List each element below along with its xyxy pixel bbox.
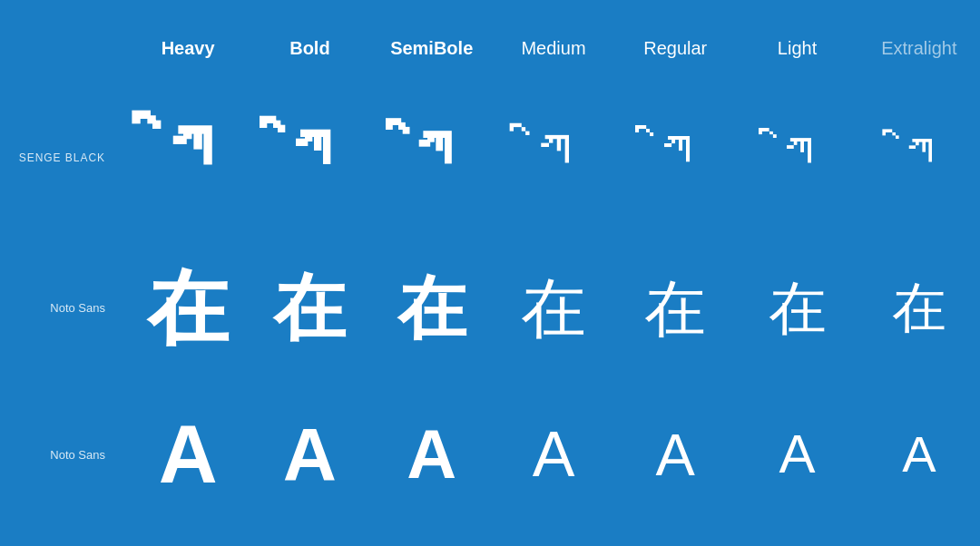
latin-glyph-regular: A [614,414,736,495]
latin-char-extralight: A [902,429,936,480]
latin-glyph-bold: A [249,414,370,495]
latin-char-medium: A [533,423,575,486]
tibetan-glyph-bold: ཀི [249,117,370,199]
chinese-char-light: 在 [769,279,827,337]
weight-label-bold: Bold [249,38,370,59]
weight-label-light: Light [736,38,858,59]
weight-text-bold: Bold [289,38,329,59]
latin-char-regular: A [656,425,695,484]
tibetan-char-light: ཀི [783,130,811,186]
chinese-glyphs: 在在在在在在在 [127,268,980,349]
latin-row-label: Noto Sans [0,448,127,462]
chinese-char-regular: 在 [644,278,706,339]
chinese-glyph-bold: 在 [249,268,370,349]
tibetan-char-extralight: ཀི [906,132,932,184]
chinese-glyph-semibold: 在 [371,268,493,349]
latin-char-semibold: A [407,420,456,489]
tibetan-char-semibold: ཀི [415,123,449,191]
tibetan-glyph-heavy: ཀི [127,117,249,199]
tibetan-row-label: SENGE BLACK [0,151,127,164]
chinese-glyph-light: 在 [736,268,858,349]
weight-text-regular: Regular [643,38,707,59]
latin-glyph-heavy: A [127,414,249,495]
latin-glyph-extralight: A [858,414,980,495]
tibetan-row: SENGE BLACK ཀིཀིཀིཀིཀིཀིཀི [0,66,980,235]
chinese-glyph-heavy: 在 [127,268,249,349]
weight-label-semibold: SemiBole [371,38,493,59]
weight-label-heavy: Heavy [127,38,249,59]
weight-label-extralight: Extralight [858,38,980,59]
tibetan-char-regular: ཀི [661,128,691,187]
tibetan-char-medium: ཀི [537,126,569,190]
tibetan-char-heavy: ཀི [168,117,209,199]
latin-char-heavy: A [159,414,218,495]
chinese-char-extralight: 在 [892,281,946,336]
tibetan-glyph-medium: ཀི [493,117,614,199]
chinese-char-heavy: 在 [147,268,229,349]
tibetan-glyph-regular: ཀི [614,117,736,199]
tibetan-glyph-light: ཀི [736,117,858,199]
chinese-char-semibold: 在 [397,274,466,343]
weight-text-medium: Medium [521,38,585,59]
latin-glyph-semibold: A [371,414,493,495]
weight-labels: HeavyBoldSemiBoleMediumRegularLightExtra… [127,38,980,59]
latin-char-light: A [779,427,816,482]
tibetan-glyph-extralight: ཀི [858,117,980,199]
app: HeavyBoldSemiBoleMediumRegularLightExtra… [0,0,980,546]
latin-char-bold: A [283,417,337,492]
weight-text-heavy: Heavy [162,38,215,59]
chinese-glyph-regular: 在 [614,268,736,349]
chinese-char-medium: 在 [521,276,586,341]
latin-glyph-light: A [736,414,858,495]
chinese-glyph-extralight: 在 [858,268,980,349]
weight-label-regular: Regular [614,38,736,59]
chinese-row: Noto Sans 在在在在在在在 [0,235,980,382]
weight-text-semibold: SemiBole [390,38,473,59]
chinese-char-bold: 在 [273,272,346,345]
weight-label-medium: Medium [493,38,614,59]
tibetan-glyphs: ཀིཀིཀིཀིཀིཀིཀི [127,117,980,199]
tibetan-char-bold: ཀི [291,122,328,194]
weight-text-extralight: Extralight [881,38,956,59]
weight-text-light: Light [778,38,817,59]
chinese-glyph-medium: 在 [493,268,614,349]
latin-glyphs: AAAAAAA [127,414,980,495]
latin-glyph-medium: A [493,414,614,495]
latin-row: Noto Sans AAAAAAA [0,381,980,546]
chinese-row-label: Noto Sans [0,301,127,315]
tibetan-glyph-semibold: ཀི [371,117,493,199]
header-row: HeavyBoldSemiBoleMediumRegularLightExtra… [0,0,980,66]
